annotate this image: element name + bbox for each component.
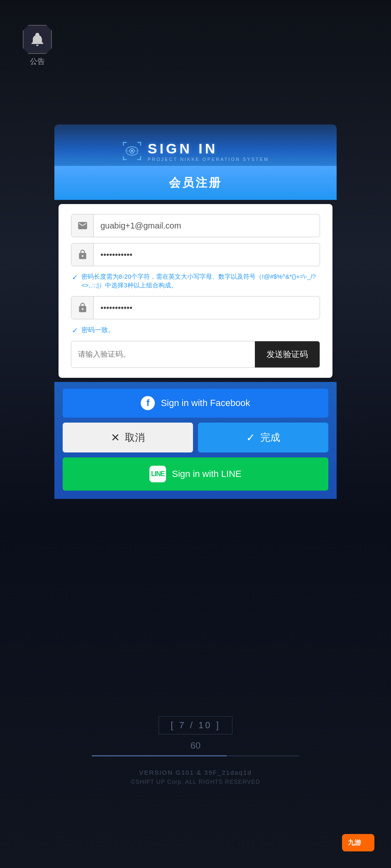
email-input-row	[71, 214, 320, 237]
jiuyou-label: 九游	[348, 841, 369, 848]
bottom-section: f Sign in with Facebook ✕ 取消 ✓ 完成 LINE S…	[54, 382, 337, 499]
svg-point-3	[131, 150, 133, 152]
announcement-label: 公告	[30, 56, 45, 66]
signin-title-row: SIGN IN PROJECT NIKKE OPERATION SYSTEM	[122, 141, 269, 162]
verify-row: 发送验证码	[71, 341, 320, 368]
confirm-password-input-row	[71, 296, 320, 319]
hint-check-icon-1: ✓	[72, 273, 78, 282]
complete-check-icon: ✓	[246, 431, 255, 444]
facebook-label: Sign in with Facebook	[161, 398, 250, 408]
hint-check-icon-2: ✓	[72, 326, 78, 335]
announcement-button[interactable]: 公告	[23, 25, 52, 66]
facebook-icon: f	[141, 396, 155, 410]
password-match-hint-row: ✓ 密码一致。	[71, 325, 320, 335]
progress-bar-container	[92, 755, 299, 756]
password-input-row	[71, 243, 320, 266]
signin-title: SIGN IN	[148, 141, 218, 157]
password-field-1[interactable]	[94, 244, 320, 265]
eye-icon	[122, 141, 142, 161]
cancel-label: 取消	[125, 431, 145, 444]
email-field[interactable]	[94, 215, 320, 236]
bottom-ui: [ 7 / 10 ] 60 VERSION G101 & 39F_21daq1d…	[0, 716, 391, 785]
lock-icon-wrap-1	[71, 243, 94, 266]
page-counter: [ 7 / 10 ]	[159, 716, 232, 734]
jiuyou-icon: 九游	[348, 837, 369, 846]
line-icon: LINE	[149, 466, 166, 482]
lock-icon-1	[77, 249, 88, 260]
progress-bar-fill	[92, 755, 227, 756]
cancel-x-icon: ✕	[111, 431, 120, 444]
facebook-login-button[interactable]: f Sign in with Facebook	[63, 389, 328, 418]
complete-label: 完成	[260, 431, 280, 444]
password-field-2[interactable]	[94, 297, 320, 319]
line-login-button[interactable]: LINE Sign in with LINE	[63, 457, 328, 491]
signin-subtitle: PROJECT NIKKE OPERATION SYSTEM	[148, 157, 269, 162]
signin-text-block: SIGN IN PROJECT NIKKE OPERATION SYSTEM	[148, 141, 269, 162]
jiuyou-logo: 九游	[342, 834, 374, 851]
email-icon-wrap	[71, 214, 94, 237]
version-text: VERSION G101 & 39F_21daq1d	[139, 769, 252, 776]
lock-icon-wrap-2	[71, 297, 94, 319]
password-hint-row: ✓ 密码长度需为8-20个字符，需在英文大小写字母、数字以及符号（!@#$%^&…	[71, 272, 320, 289]
signin-header: SIGN IN PROJECT NIKKE OPERATION SYSTEM	[54, 124, 337, 166]
copyright-text: ©SHIFT UP Corp. ALL RIGHTS RESERVED	[131, 778, 260, 785]
registration-title-bar: 会员注册	[54, 166, 337, 200]
bell-icon	[29, 32, 45, 47]
line-label: Sign in with LINE	[172, 469, 242, 479]
complete-button[interactable]: ✓ 完成	[198, 423, 328, 452]
svg-text:九游: 九游	[348, 839, 362, 846]
mail-icon	[77, 220, 88, 231]
verify-code-input[interactable]	[71, 341, 251, 367]
send-verify-button[interactable]: 发送验证码	[255, 341, 320, 367]
modal-container: SIGN IN PROJECT NIKKE OPERATION SYSTEM 会…	[54, 124, 337, 499]
password-hint-text: 密码长度需为8-20个字符，需在英文大小写字母、数字以及符号（!@#$%^&*(…	[81, 272, 319, 289]
registration-form: ✓ 密码长度需为8-20个字符，需在英文大小写字母、数字以及符号（!@#$%^&…	[59, 204, 332, 378]
registration-title: 会员注册	[169, 176, 222, 189]
bell-icon-wrap	[23, 25, 52, 54]
jiuyou-logo-box: 九游	[342, 834, 374, 851]
number-display: 60	[191, 740, 200, 751]
cancel-button[interactable]: ✕ 取消	[63, 423, 193, 452]
lock-icon-2	[77, 302, 88, 313]
password-match-text: 密码一致。	[81, 326, 115, 335]
action-buttons-row: ✕ 取消 ✓ 完成	[63, 423, 328, 452]
